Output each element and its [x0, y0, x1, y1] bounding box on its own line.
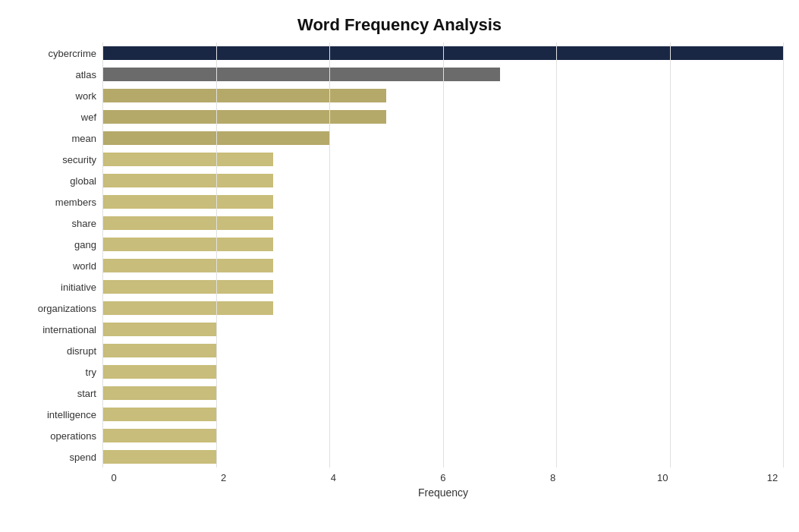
bar-row [102, 85, 784, 106]
bar-row [102, 170, 784, 191]
y-axis-label: try [86, 362, 96, 383]
bar-row [102, 446, 784, 467]
y-axis-label: gang [74, 234, 96, 255]
x-tick: 8 [542, 472, 565, 483]
bar-start [102, 386, 216, 400]
bar-try [102, 365, 216, 379]
y-axis-label: start [77, 383, 96, 405]
chart-area: cybercrimeatlasworkwefmeansecurityglobal… [15, 42, 784, 468]
y-axis-label: global [70, 170, 96, 191]
y-axis-label: intelligence [47, 405, 96, 426]
chart-title: Word Frequency Analysis [15, 15, 784, 35]
x-tick: 4 [322, 472, 344, 483]
bar-row [102, 319, 784, 340]
bar-row [102, 340, 784, 361]
y-axis-label: atlas [76, 64, 96, 85]
bar-row [102, 42, 784, 64]
y-axis-label: security [62, 149, 96, 170]
y-axis-label: organizations [38, 298, 96, 320]
plot-area: 024681012 Frequency [102, 42, 784, 468]
bar-row [102, 255, 784, 276]
x-axis-label: Frequency [102, 486, 784, 499]
bars-container [102, 42, 784, 467]
x-tick: 0 [102, 472, 125, 483]
y-axis-label: mean [71, 127, 96, 149]
y-axis-label: world [73, 255, 96, 276]
bar-row [102, 297, 784, 319]
x-tick: 2 [212, 472, 235, 483]
bar-row [102, 127, 784, 149]
x-tick: 10 [651, 472, 674, 483]
x-axis: 024681012 [102, 472, 784, 483]
bar-row [102, 361, 784, 382]
bar-organizations [102, 301, 273, 315]
x-axis-area: 024681012 Frequency [102, 467, 784, 499]
bar-row [102, 64, 784, 85]
y-axis-label: share [71, 212, 96, 234]
bar-work [102, 89, 386, 102]
y-axis-label: international [42, 320, 96, 341]
bar-members [102, 195, 273, 209]
bar-world [102, 259, 273, 272]
bar-cybercrime [102, 46, 784, 60]
bar-row [102, 425, 784, 446]
y-axis-label: wef [81, 106, 96, 127]
bar-wef [102, 110, 386, 124]
bar-intelligence [102, 408, 216, 421]
bar-row [102, 276, 784, 297]
bar-international [102, 323, 216, 336]
x-tick: 6 [432, 472, 455, 483]
y-axis-label: initiative [61, 277, 96, 298]
bar-security [102, 153, 273, 166]
y-axis-label: work [76, 85, 96, 106]
bar-row [102, 382, 784, 404]
bar-row [102, 149, 784, 170]
chart-container: Word Frequency Analysis cybercrimeatlasw… [0, 0, 799, 532]
bar-gang [102, 238, 273, 251]
bar-spend [102, 450, 216, 464]
y-axis-label: members [55, 191, 96, 212]
y-axis-label: cybercrime [48, 42, 96, 64]
y-axis-label: operations [50, 426, 96, 447]
bar-row [102, 404, 784, 425]
x-tick: 12 [761, 472, 784, 483]
bar-initiative [102, 280, 273, 294]
bar-disrupt [102, 344, 216, 357]
y-axis: cybercrimeatlasworkwefmeansecurityglobal… [15, 42, 102, 468]
bar-atlas [102, 68, 500, 81]
y-axis-label: spend [70, 447, 96, 468]
bar-global [102, 174, 273, 187]
y-axis-label: disrupt [67, 341, 96, 362]
bar-operations [102, 429, 216, 442]
bar-row [102, 234, 784, 255]
bar-row [102, 212, 784, 234]
bar-row [102, 191, 784, 212]
bar-mean [102, 131, 329, 145]
bar-share [102, 216, 273, 230]
bar-row [102, 106, 784, 127]
